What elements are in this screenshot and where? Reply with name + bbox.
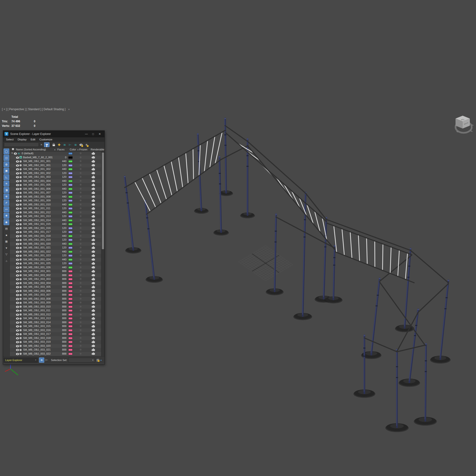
visibility-eye-icon[interactable] bbox=[16, 353, 19, 355]
wirecolor-chip[interactable] bbox=[68, 266, 73, 269]
lock-cell-editing-icon[interactable] bbox=[52, 143, 56, 147]
expand-none-button[interactable]: ■ bbox=[3, 232, 9, 238]
renderable-teapot-icon[interactable] bbox=[92, 212, 95, 214]
wirecolor-chip[interactable] bbox=[68, 231, 73, 233]
visibility-eye-icon[interactable] bbox=[16, 322, 19, 324]
visibility-eye-icon[interactable] bbox=[16, 188, 19, 190]
frozen-snowflake-icon[interactable]: ✻ bbox=[80, 274, 82, 277]
wirecolor-chip[interactable] bbox=[68, 184, 73, 186]
wirecolor-chip[interactable] bbox=[68, 313, 73, 316]
frozen-snowflake-icon[interactable]: ✻ bbox=[80, 246, 82, 249]
frozen-snowflake-icon[interactable]: ✻ bbox=[80, 337, 82, 340]
wirecolor-chip[interactable] bbox=[68, 345, 73, 347]
frozen-snowflake-icon[interactable]: ✻ bbox=[80, 207, 82, 210]
wirecolor-chip[interactable] bbox=[68, 302, 73, 304]
wirecolor-chip[interactable] bbox=[68, 188, 73, 190]
visibility-eye-icon[interactable] bbox=[16, 333, 19, 335]
renderable-teapot-icon[interactable] bbox=[92, 337, 95, 339]
renderable-teapot-icon[interactable] bbox=[92, 216, 95, 218]
visibility-eye-icon[interactable] bbox=[16, 184, 19, 186]
object-row[interactable]: SM_MB_OBJ_001_015440✻ bbox=[10, 222, 101, 226]
visibility-eye-icon[interactable] bbox=[16, 302, 19, 304]
renderable-teapot-icon[interactable] bbox=[92, 329, 95, 331]
wirecolor-chip[interactable] bbox=[68, 274, 73, 276]
renderable-teapot-icon[interactable] bbox=[92, 157, 95, 158]
wirecolor-chip[interactable] bbox=[68, 298, 73, 300]
toolbar-overflow-icon[interactable]: » bbox=[101, 359, 102, 361]
frozen-snowflake-icon[interactable]: ✻ bbox=[80, 277, 82, 281]
display-shapes-button[interactable]: ◫ bbox=[3, 155, 9, 161]
renderable-teapot-icon[interactable] bbox=[92, 208, 95, 210]
renderable-teapot-icon[interactable] bbox=[92, 322, 95, 323]
scrollbar-thumb[interactable] bbox=[102, 153, 104, 249]
object-row[interactable]: SM_MB_OBJ_001_023120✻ bbox=[10, 254, 101, 258]
wirecolor-chip[interactable] bbox=[68, 211, 73, 214]
layer-row[interactable]: ▼≋0 (default)✻ bbox=[10, 152, 101, 156]
visibility-eye-icon[interactable] bbox=[16, 314, 19, 316]
renderable-teapot-icon[interactable] bbox=[92, 294, 95, 296]
frozen-snowflake-icon[interactable]: ✻ bbox=[80, 344, 82, 347]
visibility-eye-icon[interactable] bbox=[16, 157, 19, 159]
object-row[interactable]: SM_MB_OBJ_001_001440✻ bbox=[10, 159, 101, 164]
frozen-snowflake-icon[interactable]: ✻ bbox=[80, 285, 82, 289]
object-row[interactable]: SM_MB_OBJ_001_006440✻ bbox=[10, 187, 101, 191]
renderable-teapot-icon[interactable] bbox=[92, 161, 95, 163]
visibility-eye-icon[interactable] bbox=[16, 325, 19, 327]
object-row[interactable]: SM_MB_OBJ_003_004888✻ bbox=[10, 281, 101, 285]
renderable-teapot-icon[interactable] bbox=[92, 172, 95, 174]
explorer-mode-combo[interactable]: Layer Explorer ▾ bbox=[4, 358, 38, 362]
visibility-eye-icon[interactable] bbox=[16, 207, 19, 210]
renderable-teapot-icon[interactable] bbox=[92, 290, 95, 292]
frozen-snowflake-icon[interactable]: ✻ bbox=[80, 254, 82, 257]
wirecolor-chip[interactable] bbox=[68, 278, 73, 280]
wirecolor-chip[interactable] bbox=[68, 239, 73, 241]
object-row[interactable]: SM_MB_OBJ_003_017888✻ bbox=[10, 332, 101, 336]
frozen-snowflake-icon[interactable]: ✻ bbox=[80, 203, 82, 206]
frozen-snowflake-icon[interactable]: ✻ bbox=[80, 211, 82, 214]
visibility-eye-icon[interactable] bbox=[16, 262, 19, 265]
visibility-eye-icon[interactable] bbox=[16, 168, 19, 170]
wirecolor-chip[interactable] bbox=[68, 192, 73, 194]
display-particles-button[interactable]: ❋ bbox=[3, 213, 9, 219]
object-row[interactable]: SM_MB_OBJ_001_017120✻ bbox=[10, 230, 101, 234]
frozen-snowflake-icon[interactable]: ✻ bbox=[80, 230, 82, 234]
object-row[interactable]: SM_MB_OBJ_003_022888✻ bbox=[10, 352, 101, 356]
column-name[interactable]: Name (Sorted Ascending) bbox=[16, 148, 46, 151]
visibility-eye-icon[interactable] bbox=[16, 318, 19, 320]
wirecolor-chip[interactable] bbox=[68, 349, 73, 351]
menu-edit[interactable]: Edit bbox=[31, 138, 35, 141]
expand-objects-button[interactable]: ▤ bbox=[3, 226, 9, 232]
display-xrefs-button[interactable]: ⊕ bbox=[3, 193, 9, 200]
frozen-snowflake-icon[interactable]: ✻ bbox=[80, 352, 82, 355]
frozen-snowflake-icon[interactable]: ✻ bbox=[80, 199, 82, 202]
renderable-teapot-icon[interactable] bbox=[92, 263, 95, 265]
renderable-teapot-icon[interactable] bbox=[92, 184, 95, 186]
visibility-eye-icon[interactable] bbox=[16, 267, 19, 269]
visibility-eye-icon[interactable] bbox=[16, 196, 19, 198]
object-row[interactable]: SM_MB_OBJ_003_018888✻ bbox=[10, 336, 101, 340]
viewport-filter-icon[interactable]: ▼ bbox=[68, 108, 70, 111]
wirecolor-chip[interactable] bbox=[68, 247, 73, 249]
display-geometry-button[interactable]: ◯ bbox=[3, 149, 9, 154]
frozen-snowflake-icon[interactable]: ✻ bbox=[80, 348, 82, 351]
renderable-teapot-icon[interactable] bbox=[92, 176, 95, 178]
renderable-teapot-icon[interactable] bbox=[92, 247, 95, 249]
add-to-layer-icon[interactable]: ✚ bbox=[57, 143, 61, 147]
object-row[interactable]: SM_MB_OBJ_003_009888✻ bbox=[10, 301, 101, 305]
visibility-eye-icon[interactable] bbox=[16, 160, 19, 163]
visibility-eye-icon[interactable] bbox=[16, 282, 19, 284]
column-renderable[interactable]: Renderable bbox=[91, 148, 104, 151]
renderable-teapot-icon[interactable] bbox=[92, 251, 95, 253]
renderable-teapot-icon[interactable] bbox=[92, 231, 95, 233]
display-bones-button[interactable]: ✐ bbox=[3, 200, 9, 206]
frozen-snowflake-icon[interactable]: ✻ bbox=[80, 160, 82, 163]
advanced-filter-button[interactable]: ▽ bbox=[3, 251, 9, 257]
wirecolor-chip[interactable] bbox=[68, 325, 73, 327]
visibility-eye-icon[interactable] bbox=[16, 165, 19, 167]
display-containers-button[interactable]: ▭ bbox=[3, 206, 9, 212]
object-row[interactable]: SM_MB_OBJ_003_021888✻ bbox=[10, 348, 101, 352]
frozen-snowflake-icon[interactable]: ✻ bbox=[80, 235, 82, 238]
column-faces[interactable]: Faces bbox=[57, 148, 65, 151]
visibility-eye-icon[interactable] bbox=[16, 231, 19, 233]
wirecolor-chip[interactable] bbox=[68, 337, 73, 340]
